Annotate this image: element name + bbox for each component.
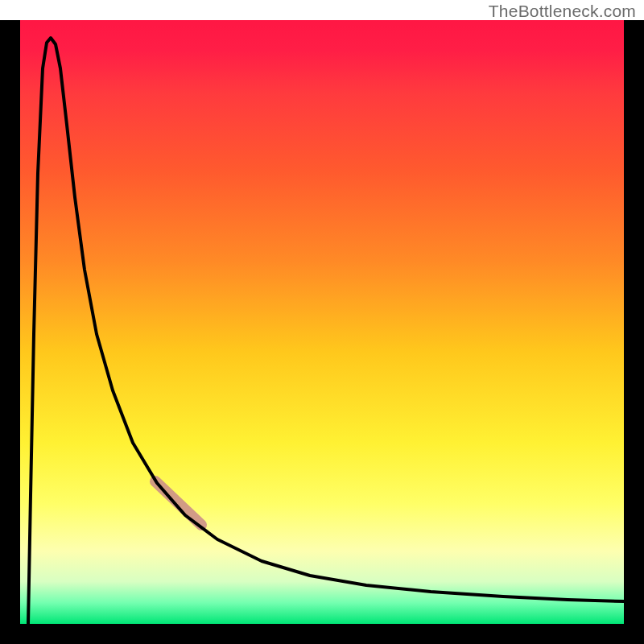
watermark-text: TheBottleneck.com — [489, 2, 636, 21]
plot-area — [20, 20, 624, 624]
curve-svg — [20, 20, 624, 624]
chart-stage: TheBottleneck.com — [0, 0, 644, 644]
bottleneck-curve — [28, 38, 624, 624]
chart-frame — [0, 20, 644, 644]
